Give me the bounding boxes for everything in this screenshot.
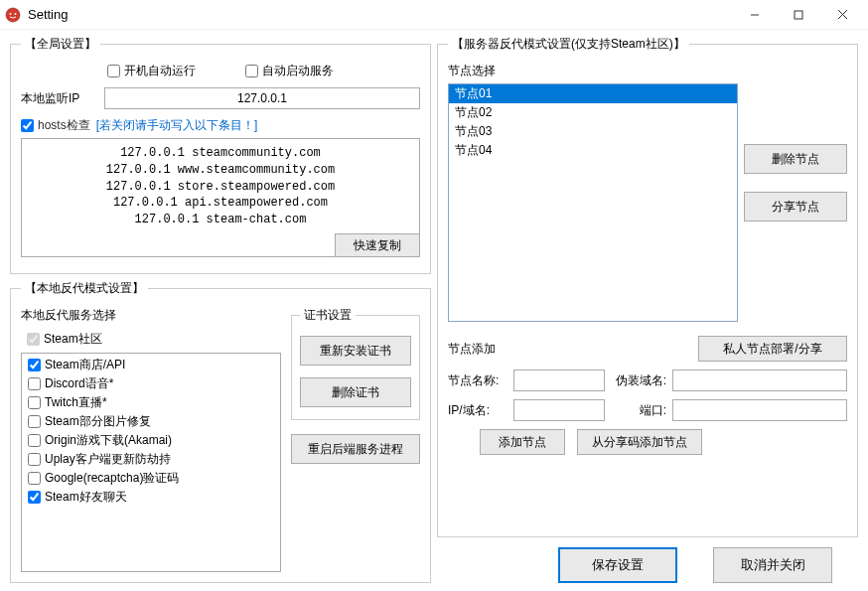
private-node-deploy-button[interactable]: 私人节点部署/分享 xyxy=(698,336,847,362)
local-proxy-group: 【本地反代模式设置】 本地反代服务选择 Steam社区 Steam商店/API … xyxy=(10,280,431,583)
node-listbox[interactable]: 节点01 节点02 节点03 节点04 xyxy=(448,83,738,322)
share-node-button[interactable]: 分享节点 xyxy=(744,192,847,222)
listen-ip-label: 本地监听IP xyxy=(21,90,98,107)
service-checkbox-4[interactable] xyxy=(28,415,41,428)
svg-point-0 xyxy=(6,8,20,22)
delete-node-button[interactable]: 删除节点 xyxy=(744,144,847,174)
service-checkbox-5[interactable] xyxy=(28,434,41,447)
hosts-box: 127.0.0.1 steamcommunity.com 127.0.0.1 w… xyxy=(21,138,420,257)
service-label-3: Twitch直播* xyxy=(45,394,107,411)
window-title: Setting xyxy=(28,7,68,22)
service-label-6: Uplay客户端更新防劫持 xyxy=(45,451,171,468)
app-icon xyxy=(4,6,22,24)
cert-settings-legend: 证书设置 xyxy=(300,307,356,324)
add-node-button[interactable]: 添加节点 xyxy=(480,429,565,455)
service-label-8: Steam好友聊天 xyxy=(45,489,127,506)
svg-point-1 xyxy=(10,13,12,15)
add-from-share-button[interactable]: 从分享码添加节点 xyxy=(577,429,702,455)
quick-copy-button[interactable]: 快速复制 xyxy=(335,233,420,257)
delete-cert-button[interactable]: 删除证书 xyxy=(300,377,411,407)
close-button[interactable] xyxy=(820,1,864,29)
global-settings-legend: 【全局设置】 xyxy=(21,36,100,53)
svg-rect-4 xyxy=(795,11,802,19)
service-checkbox-0 xyxy=(27,333,40,346)
hosts-check-checkbox[interactable] xyxy=(21,119,34,132)
service-item-5[interactable]: Origin游戏下载(Akamai) xyxy=(24,431,278,450)
save-button[interactable]: 保存设置 xyxy=(558,547,677,583)
maximize-button[interactable] xyxy=(777,1,820,29)
port-label: 端口: xyxy=(611,402,666,419)
service-checkbox-7[interactable] xyxy=(28,472,41,485)
service-label-5: Origin游戏下载(Akamai) xyxy=(45,432,172,449)
titlebar: Setting xyxy=(0,0,868,30)
restart-backend-button[interactable]: 重启后端服务进程 xyxy=(291,434,420,464)
node-add-label: 节点添加 xyxy=(448,341,496,358)
node-add-section: 节点添加 私人节点部署/分享 节点名称: 伪装域名: IP/域名: 端口: xyxy=(448,336,847,455)
fake-domain-label: 伪装域名: xyxy=(611,372,666,389)
bottom-actions: 保存设置 取消并关闭 xyxy=(437,543,858,583)
local-proxy-legend: 【本地反代模式设置】 xyxy=(21,280,148,297)
fake-domain-input[interactable] xyxy=(672,369,847,391)
cancel-button[interactable]: 取消并关闭 xyxy=(713,547,832,583)
service-label-7: Google(recaptcha)验证码 xyxy=(45,470,179,487)
autostart-checkbox[interactable] xyxy=(245,65,258,77)
service-item-1[interactable]: Steam商店/API xyxy=(24,356,278,374)
node-item-0[interactable]: 节点01 xyxy=(449,84,737,103)
listen-ip-input[interactable] xyxy=(104,87,420,109)
server-proxy-legend: 【服务器反代模式设置(仅支持Steam社区)】 xyxy=(448,36,689,53)
service-label-4: Steam部分图片修复 xyxy=(45,413,151,430)
service-select-label: 本地反代服务选择 xyxy=(21,307,281,324)
svg-point-2 xyxy=(15,13,17,15)
service-item-7[interactable]: Google(recaptcha)验证码 xyxy=(24,469,278,488)
node-name-label: 节点名称: xyxy=(448,372,507,389)
minimize-button[interactable] xyxy=(733,1,777,29)
ip-domain-input[interactable] xyxy=(513,399,605,421)
server-proxy-group: 【服务器反代模式设置(仅支持Steam社区)】 节点选择 节点01 节点02 节… xyxy=(437,36,858,537)
autorun-checkbox-label[interactable]: 开机自动运行 xyxy=(107,63,196,79)
hosts-check-label[interactable]: hosts检查 xyxy=(21,117,90,134)
node-name-input[interactable] xyxy=(513,369,605,391)
autostart-text: 自动启动服务 xyxy=(262,63,334,79)
node-item-1[interactable]: 节点02 xyxy=(449,103,737,122)
service-item-6[interactable]: Uplay客户端更新防劫持 xyxy=(24,450,278,469)
service-item-4[interactable]: Steam部分图片修复 xyxy=(24,412,278,431)
service-checkbox-3[interactable] xyxy=(28,396,41,409)
service-list[interactable]: Steam商店/API Discord语音* Twitch直播* Steam部分… xyxy=(21,353,281,572)
service-label-1: Steam商店/API xyxy=(45,357,125,373)
autorun-text: 开机自动运行 xyxy=(124,63,196,79)
service-item-8[interactable]: Steam好友聊天 xyxy=(24,488,278,507)
service-checkbox-2[interactable] xyxy=(28,377,41,390)
node-item-3[interactable]: 节点04 xyxy=(449,141,737,160)
service-item-0: Steam社区 xyxy=(23,330,106,349)
service-checkbox-6[interactable] xyxy=(28,453,41,466)
cert-settings-group: 证书设置 重新安装证书 删除证书 xyxy=(291,307,420,420)
service-label-2: Discord语音* xyxy=(45,375,113,392)
node-item-2[interactable]: 节点03 xyxy=(449,122,737,141)
service-item-3[interactable]: Twitch直播* xyxy=(24,393,278,412)
port-input[interactable] xyxy=(672,399,847,421)
global-settings-group: 【全局设置】 开机自动运行 自动启动服务 本地监听IP hosts检查 xyxy=(10,36,431,274)
service-item-2[interactable]: Discord语音* xyxy=(24,374,278,393)
ip-domain-label: IP/域名: xyxy=(448,402,507,419)
service-checkbox-8[interactable] xyxy=(28,491,41,504)
autostart-checkbox-label[interactable]: 自动启动服务 xyxy=(245,63,334,79)
service-checkbox-1[interactable] xyxy=(28,359,41,371)
autorun-checkbox[interactable] xyxy=(107,65,120,77)
reinstall-cert-button[interactable]: 重新安装证书 xyxy=(300,336,411,366)
node-select-label: 节点选择 xyxy=(448,63,738,79)
service-label-0: Steam社区 xyxy=(44,331,102,348)
hosts-hint: [若关闭请手动写入以下条目！] xyxy=(96,117,258,134)
hosts-check-text: hosts检查 xyxy=(38,117,90,134)
